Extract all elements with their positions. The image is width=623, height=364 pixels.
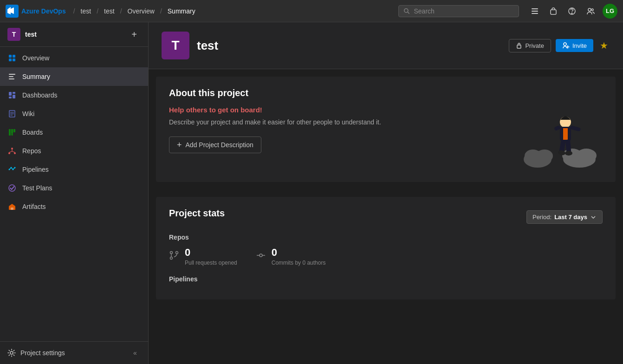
- about-description: Describe your project and make it easier…: [169, 117, 499, 127]
- commits-stat: 0 Commits by 0 authors: [256, 247, 326, 266]
- question-icon: [568, 7, 576, 15]
- nav-sep-3: /: [120, 7, 122, 15]
- customize-icon-btn[interactable]: [526, 3, 543, 20]
- sidebar-item-artifacts[interactable]: Artifacts: [0, 197, 148, 216]
- nav-crumb-summary[interactable]: Summary: [168, 7, 195, 15]
- pipelines-subsection-label: Pipelines: [169, 275, 603, 283]
- sidebar-project-name: test: [25, 31, 123, 38]
- about-content-area: Help others to get on board! Describe yo…: [169, 106, 603, 171]
- sidebar-item-pipelines[interactable]: Pipelines: [0, 160, 148, 179]
- pipelines-subsection: Pipelines: [169, 275, 603, 283]
- sidebar-item-repos[interactable]: Repos: [0, 142, 148, 160]
- sidebar-footer[interactable]: Project settings «: [0, 341, 148, 364]
- pipelines-icon: [7, 165, 17, 174]
- pull-requests-label: Pull requests opened: [185, 260, 237, 266]
- wiki-icon: [7, 109, 17, 118]
- svg-rect-6: [551, 10, 556, 14]
- nav-brand[interactable]: Azure DevOps: [21, 7, 66, 15]
- svg-rect-55: [563, 128, 568, 140]
- about-tagline: Help others to get on board!: [169, 106, 499, 114]
- svg-rect-57: [570, 125, 581, 131]
- svg-rect-18: [9, 92, 12, 96]
- settings-icon: [7, 349, 16, 357]
- sidebar-item-summary[interactable]: Summary: [0, 67, 148, 86]
- pull-requests-info: 0 Pull requests opened: [185, 247, 237, 266]
- marketplace-icon-btn[interactable]: [545, 3, 562, 20]
- svg-point-1: [404, 8, 408, 12]
- people-icon-btn[interactable]: [582, 3, 599, 20]
- svg-rect-14: [13, 58, 15, 61]
- project-avatar-large: T: [162, 32, 189, 59]
- svg-point-9: [588, 8, 591, 11]
- svg-point-61: [565, 151, 572, 156]
- period-label: Period:: [532, 214, 552, 221]
- add-description-button[interactable]: + Add Project Description: [169, 136, 261, 153]
- chevron-down-icon: [590, 214, 597, 221]
- overview-icon: [7, 53, 17, 63]
- sidebar-dashboards-label: Dashboards: [22, 91, 58, 99]
- project-settings-label: Project settings: [20, 349, 125, 357]
- nav-sep-1: /: [73, 7, 75, 15]
- svg-point-52: [576, 149, 597, 162]
- svg-point-64: [176, 251, 178, 254]
- nav-crumb-test1[interactable]: test: [81, 7, 91, 15]
- svg-rect-4: [532, 11, 538, 12]
- svg-rect-17: [9, 78, 14, 79]
- nav-icons: LG: [526, 3, 617, 20]
- svg-rect-21: [9, 97, 12, 98]
- sidebar-header: T test +: [0, 22, 148, 47]
- search-box[interactable]: [398, 5, 519, 17]
- svg-rect-43: [517, 45, 521, 48]
- repos-subsection-label: Repos: [169, 234, 603, 241]
- repos-stats-row: 0 Pull requests opened 0 Commit: [169, 247, 603, 266]
- svg-point-31: [11, 148, 13, 150]
- azure-devops-logo-icon: [6, 5, 19, 18]
- nav-crumb-overview[interactable]: Overview: [128, 7, 155, 15]
- sidebar-item-wiki[interactable]: Wiki: [0, 104, 148, 123]
- invite-button[interactable]: Invite: [556, 39, 593, 52]
- sidebar-overview-label: Overview: [22, 54, 49, 62]
- svg-rect-41: [11, 208, 13, 210]
- star-button[interactable]: ★: [598, 38, 610, 53]
- search-input[interactable]: [414, 7, 514, 15]
- sidebar-item-boards[interactable]: Boards: [0, 123, 148, 142]
- sidebar-repos-label: Repos: [22, 147, 41, 155]
- user-avatar[interactable]: LG: [603, 4, 617, 19]
- list-icon: [531, 7, 539, 15]
- search-icon: [403, 7, 410, 15]
- artifacts-icon: [7, 202, 17, 211]
- summary-icon: [7, 72, 17, 81]
- boards-icon: [7, 128, 17, 137]
- svg-point-66: [260, 254, 262, 257]
- sidebar-item-dashboards[interactable]: Dashboards: [0, 86, 148, 104]
- sidebar-pipelines-label: Pipelines: [22, 166, 49, 173]
- main-content: T test Private Inv: [149, 22, 623, 364]
- svg-rect-16: [9, 76, 13, 77]
- svg-point-32: [8, 152, 10, 154]
- bag-icon: [549, 7, 558, 15]
- commits-label: Commits by 0 authors: [272, 260, 326, 266]
- sidebar-nav: Overview Summary: [0, 47, 148, 341]
- private-button[interactable]: Private: [509, 39, 551, 52]
- sidebar-add-button[interactable]: +: [128, 28, 141, 41]
- project-illustration: [510, 106, 603, 171]
- svg-point-42: [10, 351, 13, 354]
- sidebar-item-test-plans[interactable]: Test Plans: [0, 179, 148, 197]
- sidebar-item-overview[interactable]: Overview: [0, 49, 148, 67]
- svg-point-10: [591, 9, 593, 11]
- nav-sep-4: /: [160, 7, 162, 15]
- stats-section: Project stats Period: Last 7 days Repos: [156, 197, 616, 299]
- help-icon-btn[interactable]: [564, 3, 580, 20]
- svg-line-2: [408, 12, 409, 13]
- svg-rect-15: [9, 74, 15, 75]
- svg-point-63: [170, 257, 173, 259]
- collapse-button[interactable]: «: [130, 347, 141, 358]
- svg-point-36: [11, 167, 12, 169]
- svg-point-35: [9, 169, 10, 170]
- svg-rect-20: [13, 95, 15, 98]
- nav-logo[interactable]: Azure DevOps: [6, 5, 66, 18]
- nav-crumb-test2[interactable]: test: [104, 7, 115, 15]
- svg-rect-5: [532, 13, 538, 14]
- period-dropdown[interactable]: Period: Last 7 days: [526, 210, 603, 224]
- svg-rect-11: [9, 55, 12, 58]
